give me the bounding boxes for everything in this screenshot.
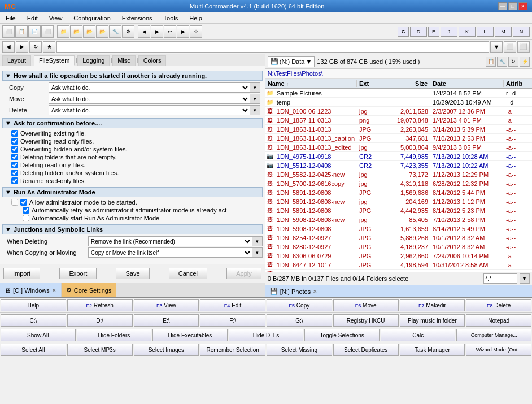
btn-select-all[interactable]: Select All — [1, 344, 66, 356]
drive-k-btn[interactable]: K — [459, 27, 476, 37]
file-row[interactable]: 📷 1DN_5512-12-0408 CR2 7,423,355 7/13/20… — [265, 161, 532, 170]
tab-core-settings[interactable]: ⚙ Core Settings — [62, 283, 117, 297]
cancel-button[interactable]: Cancel — [169, 268, 207, 279]
chk-admin-allow-inner[interactable] — [20, 199, 27, 206]
file-row[interactable]: 🖼 1DN_1863-11-0313_caption JPG 347,681 7… — [265, 134, 532, 143]
collapse-icon-1[interactable]: ▼ — [5, 72, 11, 79]
toolbar-btn-6[interactable]: 📂 — [70, 25, 82, 38]
toolbar-btn-11[interactable]: ◀ — [138, 25, 150, 38]
menu-file[interactable]: File — [2, 14, 19, 22]
minimize-button[interactable]: — — [498, 2, 507, 10]
file-row[interactable]: 🖼 1DN_6254-12-0927 JPG 5,889,266 10/1/20… — [265, 233, 532, 242]
file-row[interactable]: 📷 1DN_4975-11-0918 CR2 7,449,985 7/13/20… — [265, 152, 532, 161]
go-button[interactable]: ▼ — [490, 41, 503, 53]
delete-select-arrow[interactable]: ▼ — [250, 105, 260, 115]
drive-c-btn[interactable]: C — [398, 27, 409, 37]
when-deleting-select[interactable]: Remove the link (Recommended) — [88, 236, 252, 246]
file-row[interactable]: 🖼 1DN_5908-12-0808 JPG 1,613,659 8/14/20… — [265, 224, 532, 233]
btn-select-images[interactable]: Select Images — [134, 344, 199, 356]
when-copying-select[interactable]: Copy or Move the link itself — [88, 247, 252, 258]
address-bar[interactable] — [56, 41, 489, 53]
file-filter-input[interactable] — [483, 273, 517, 284]
chk-admin-autostart[interactable] — [23, 215, 29, 221]
toolbar-btn-7[interactable]: 📂 — [83, 25, 95, 38]
nav-icon-2[interactable]: ⬜ — [517, 41, 530, 53]
btn-calc[interactable]: Calc — [381, 329, 456, 341]
toolbar-btn-4[interactable]: ⬜ — [41, 25, 54, 38]
apply-button[interactable]: Apply — [226, 268, 261, 279]
btn-refresh[interactable]: F2 Refresh — [67, 299, 133, 311]
menu-extensions[interactable]: Extensions — [119, 14, 156, 22]
file-row[interactable]: 🖼 1DN_5908-12-0808-new jpg 85,405 7/10/2… — [265, 215, 532, 224]
file-row[interactable]: 🖼 1DN_1863-11-0313 JPG 2,263,045 3/14/20… — [265, 125, 532, 134]
chk-overwrite-readonly[interactable] — [11, 138, 18, 145]
col-header-attr[interactable]: Attrib — [504, 80, 532, 87]
toolbar-btn-15[interactable]: ☆ — [190, 25, 202, 38]
file-filter-button[interactable]: ▼ — [520, 273, 530, 284]
right-tab-close[interactable]: ✕ — [313, 289, 317, 294]
drive-e-btn[interactable]: E — [428, 27, 439, 37]
menu-tools[interactable]: Tools — [160, 14, 182, 22]
toolbar-btn-13[interactable]: ↩ — [164, 25, 176, 38]
col-header-ext[interactable]: Ext — [357, 80, 385, 87]
file-row[interactable]: 🖼 1DN_1863-11-0313_edited jpg 5,003,864 … — [265, 143, 532, 152]
save-button[interactable]: Save — [116, 268, 149, 279]
file-row[interactable]: 🖼 1DN_1857-11-0313 png 19,070,848 1/4/20… — [265, 116, 532, 125]
drive-selector[interactable]: 💾 (N:) Data ▼ — [268, 56, 315, 67]
btn-makedir[interactable]: F7 Makedir — [400, 299, 465, 311]
btn-hide-dlls[interactable]: Hide DLLs — [229, 329, 304, 341]
btn-drive-e[interactable]: E:\ — [134, 314, 199, 327]
file-row[interactable]: 🖼 1DN_6280-12-0927 JPG 4,189,237 10/1/20… — [265, 242, 532, 251]
col-header-date[interactable]: Date — [430, 80, 504, 87]
btn-select-mp3s[interactable]: Select MP3s — [67, 344, 133, 356]
btn-select-missing[interactable]: Select Missing — [267, 344, 332, 356]
toolbar-btn-9[interactable]: 🔧 — [109, 25, 121, 38]
file-row[interactable]: 📁 Sample Pictures 1/4/2014 8:52 PM r--d — [265, 89, 532, 98]
collapse-icon-4[interactable]: ▼ — [5, 226, 11, 233]
chk-admin-allow[interactable] — [11, 199, 18, 206]
window-controls[interactable]: — □ ✕ — [498, 2, 527, 10]
btn-help[interactable]: Help — [1, 299, 66, 311]
tab-c-windows[interactable]: 🖥 [C:] Windows ✕ — [0, 283, 62, 297]
menu-configuration[interactable]: Configuration — [70, 14, 114, 22]
btn-select-duplicates[interactable]: Select Duplicates — [333, 344, 399, 356]
btn-delete[interactable]: F8 Delete — [466, 299, 531, 311]
when-deleting-arrow[interactable]: ▼ — [252, 236, 263, 246]
chk-overwrite-existing[interactable] — [11, 130, 18, 137]
tab-layout[interactable]: Layout — [2, 55, 31, 66]
file-row[interactable]: 🖼 1DN_6306-06-0729 JPG 2,962,860 7/29/20… — [265, 251, 532, 260]
toolbar-btn-14[interactable]: ▶ — [177, 25, 189, 38]
file-row[interactable]: 📁 temp 10/29/2013 10:49 AM --d — [265, 98, 532, 107]
col-header-name[interactable]: Name ↑ — [265, 80, 357, 87]
btn-drive-d[interactable]: D:\ — [67, 314, 133, 327]
toolbar-btn-1[interactable]: ⬜ — [2, 25, 15, 38]
col-header-size[interactable]: Size — [385, 80, 430, 87]
btn-play-music[interactable]: Play music in folder — [400, 314, 465, 327]
file-row[interactable]: 🖼 1DN_0100-06-1223 jpg 2,011,528 2/3/200… — [265, 107, 532, 116]
bookmark-button[interactable]: ★ — [43, 41, 55, 53]
btn-toggle-selections[interactable]: Toggle Selections — [304, 329, 380, 341]
btn-edit[interactable]: F4 Edit — [200, 299, 265, 311]
file-row[interactable]: 🖼 1DN_6447-12-1017 JPG 4,198,594 10/31/2… — [265, 260, 532, 270]
tab-misc[interactable]: Misc — [112, 55, 136, 66]
btn-registry[interactable]: Registry HKCU — [333, 314, 399, 327]
toolbar-btn-10[interactable]: ⚙ — [122, 25, 134, 38]
chk-admin-retry[interactable] — [23, 207, 29, 214]
delete-select[interactable]: Ask what to do. — [49, 105, 250, 115]
file-row[interactable]: 🖼 1DN_5891-12-0808-new jpg 204,169 1/12/… — [265, 197, 532, 206]
chk-rename-readonly[interactable] — [11, 177, 18, 184]
btn-computer-manage[interactable]: Computer Manage... — [456, 329, 531, 341]
file-row[interactable]: 🖼 1DN_5891-12-0808 JPG 4,442,935 8/14/20… — [265, 206, 532, 215]
toolbar-btn-2[interactable]: 📋 — [15, 25, 28, 38]
nav-icon-1[interactable]: ⬜ — [504, 41, 516, 53]
toolbar-btn-8[interactable]: 📂 — [96, 25, 108, 38]
chk-delete-hidden[interactable] — [11, 170, 18, 176]
back-button[interactable]: ◀ — [2, 41, 15, 53]
btn-drive-c[interactable]: C:\ — [1, 314, 66, 327]
btn-show-all[interactable]: Show All — [1, 329, 76, 341]
toolbar-btn-5[interactable]: 📁 — [57, 25, 69, 38]
btn-hide-folders[interactable]: Hide Folders — [77, 329, 152, 341]
move-select-arrow[interactable]: ▼ — [250, 94, 260, 104]
menu-help[interactable]: Help — [186, 14, 206, 22]
menu-view[interactable]: View — [46, 14, 66, 22]
